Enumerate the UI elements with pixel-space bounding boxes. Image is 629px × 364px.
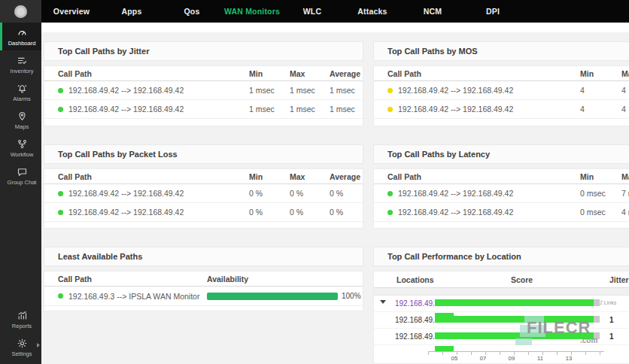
sidebar-item-dashboard[interactable]: Dashboard <box>0 23 41 50</box>
call-path-link[interactable]: 192.168.49.42 --> 192.168.49.42 <box>44 208 184 217</box>
max-value: 4 msec <box>621 208 629 217</box>
column-min: Min <box>580 69 594 78</box>
availability-value: 100% <box>342 292 361 300</box>
call-path-link[interactable]: 192.168.49.42 --> 192.168.49.42 <box>44 105 184 114</box>
column-max: Max <box>621 172 629 181</box>
tab-apps[interactable]: Apps <box>102 7 162 16</box>
max-value: 1 msec <box>290 105 315 114</box>
top-nav: Overview Apps Qos WAN Monitors WLC Attac… <box>0 0 629 23</box>
column-min: Min <box>249 172 263 181</box>
score-bar-cap <box>594 316 600 323</box>
call-path-link[interactable]: 192.168.49.3 --> IPSLA WAN Monitor <box>44 292 199 301</box>
panel-header-mos: Top Call Paths by MOS <box>373 41 629 61</box>
column-call-path: Call Path <box>374 172 421 181</box>
chat-bubble-icon <box>17 166 28 177</box>
sidebar-item-label: Inventory <box>11 68 34 74</box>
column-locations: Locations <box>397 275 434 284</box>
sidebar-item-inventory[interactable]: Inventory <box>0 50 41 78</box>
column-call-path: Call Path <box>374 69 421 78</box>
table-row[interactable]: 192.168.49.42 --> 192.168.49.42 0 % 0 % … <box>44 184 363 203</box>
call-path-link[interactable]: 192.168.49.42 --> 192.168.49.42 <box>44 86 184 95</box>
status-dot-yellow-icon <box>387 107 393 112</box>
app-window: Overview Apps Qos WAN Monitors WLC Attac… <box>0 0 629 364</box>
tab-wlc[interactable]: WLC <box>282 7 342 16</box>
average-value: 1 msec <box>330 105 355 114</box>
logo-icon <box>14 5 27 18</box>
panel-title: Top Call Paths by Latency <box>387 150 490 159</box>
sidebar-item-reports[interactable]: Reports <box>0 305 41 333</box>
table-row[interactable]: 192.168.49.42 --> 192.168.49.42 0 msec 4… <box>374 203 629 222</box>
call-path-link[interactable]: 192.168.49.42 --> 192.168.49.42 <box>374 86 513 95</box>
sidebar-item-alarms[interactable]: Alarms <box>0 78 41 106</box>
nav-tabs: Overview Apps Qos WAN Monitors WLC Attac… <box>41 0 523 23</box>
max-value: 0 % <box>290 208 303 217</box>
min-value: 0 msec <box>580 208 606 217</box>
tab-ncm[interactable]: NCM <box>403 7 463 16</box>
table-row[interactable]: 192.168.49.42 --> 192.168.49.42 0 % 0 % … <box>44 203 363 222</box>
status-dot-yellow-icon <box>387 88 393 93</box>
sidebar-item-maps[interactable]: Maps <box>0 106 41 134</box>
max-value: 4 <box>621 105 626 114</box>
score-sub-bar <box>435 346 454 351</box>
status-dot-green-icon <box>58 293 63 299</box>
min-value: 1 msec <box>249 86 275 95</box>
call-path-link[interactable]: 192.168.49.42 --> 192.168.49.42 <box>44 189 184 198</box>
content-top-strip <box>41 23 629 32</box>
score-bar <box>435 299 594 306</box>
inventory-list-icon <box>17 55 28 66</box>
table-header: Call Path Availability <box>44 271 363 287</box>
table-row[interactable]: 192.168.49.42 --> 192.168.49.42 1 msec 1… <box>44 81 363 100</box>
column-max: Max <box>290 69 305 78</box>
sidebar: Dashboard Inventory Alarms Maps Workflow… <box>0 23 41 364</box>
sidebar-item-label: Reports <box>12 323 32 329</box>
min-value: 4 <box>580 86 585 95</box>
sidebar-item-group-chat[interactable]: Group Chat <box>0 162 41 190</box>
axis-tick-label: 07 <box>476 355 491 362</box>
table-row[interactable]: 192.168.49.42 --> 192.168.49.42 4 4 <box>374 81 629 100</box>
panel-title: Top Call Paths by Jitter <box>58 47 149 56</box>
panel-header-latency: Top Call Paths by Latency <box>373 144 629 164</box>
tab-overview[interactable]: Overview <box>41 7 102 16</box>
performance-row[interactable]: 192.168.49.42 2 Links <box>374 296 629 312</box>
tab-dpi[interactable]: DPI <box>463 7 523 16</box>
min-value: 1 msec <box>249 105 275 114</box>
sidebar-item-workflow[interactable]: Workflow <box>0 134 41 162</box>
map-pin-icon <box>17 111 28 122</box>
tab-qos[interactable]: Qos <box>162 7 222 16</box>
sidebar-item-label: Maps <box>15 123 29 130</box>
table-header: Locations Score Jitter <box>374 271 629 288</box>
tab-wan-monitors[interactable]: WAN Monitors <box>222 7 282 16</box>
settings-gear-icon <box>17 338 28 349</box>
table-row[interactable]: 192.168.49.3 --> IPSLA WAN Monitor 100% <box>44 287 363 306</box>
table-row[interactable]: 192.168.49.42 --> 192.168.49.42 1 msec 1… <box>44 100 363 119</box>
table-header: Call Path Min Max <box>374 66 629 81</box>
settings-expand-arrow-icon[interactable] <box>37 343 40 347</box>
axis-tick-label: 13 <box>561 355 576 362</box>
alarm-bell-icon <box>17 83 28 94</box>
call-path-link[interactable]: 192.168.49.42 --> 192.168.49.42 <box>374 208 513 217</box>
min-value: 4 <box>580 105 585 114</box>
sidebar-item-label: Settings <box>11 350 32 357</box>
column-jitter: Jitter <box>609 275 629 284</box>
panel-body-performance: Locations Score Jitter 192.168.49.42 2 L… <box>373 271 629 364</box>
panel-title: Least Available Paths <box>58 252 142 261</box>
sidebar-item-label: Alarms <box>13 96 30 102</box>
table-row[interactable]: 192.168.49.42 --> 192.168.49.42 4 4 <box>374 100 629 119</box>
max-value: 1 msec <box>290 86 315 95</box>
table-row[interactable]: 192.168.49.42 --> 192.168.49.42 0 msec 7… <box>374 184 629 203</box>
panel-header-packet-loss: Top Call Paths by Packet Loss <box>44 144 363 164</box>
watermark-block <box>515 338 532 345</box>
call-path-link[interactable]: 192.168.49.42 --> 192.168.49.42 <box>374 105 513 114</box>
tab-attacks[interactable]: Attacks <box>342 7 403 16</box>
panel-body-mos: Call Path Min Max 192.168.49.42 --> 192.… <box>373 65 629 126</box>
links-count-label: 2 Links <box>600 300 616 305</box>
panel-body-jitter: Call Path Min Max Average 192.168.49.42 … <box>44 65 363 126</box>
app-logo[interactable] <box>0 0 41 23</box>
collapse-arrow-icon[interactable] <box>380 300 386 304</box>
status-dot-green-icon <box>387 191 393 196</box>
watermark-text: FILECR <box>527 318 591 338</box>
sidebar-item-settings[interactable]: Settings <box>0 333 41 361</box>
column-availability: Availability <box>207 275 248 284</box>
jitter-value: 1 <box>609 316 614 324</box>
call-path-link[interactable]: 192.168.49.42 --> 192.168.49.42 <box>374 189 513 198</box>
